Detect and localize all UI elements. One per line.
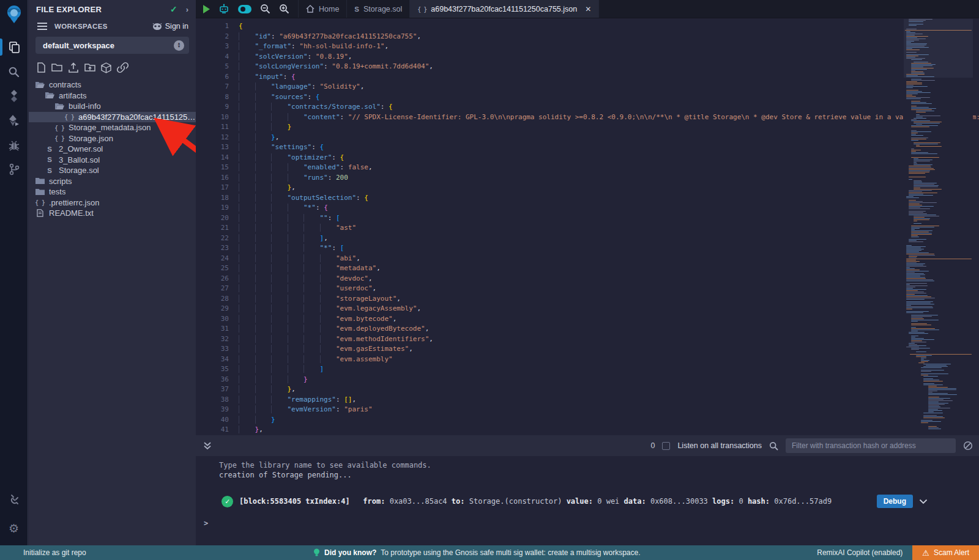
tree-item-label: Storage.json: [69, 134, 113, 143]
active-indicator: [0, 39, 2, 56]
git-branch-icon: [9, 163, 20, 175]
tab-label: Storage.sol: [363, 5, 402, 13]
github-icon: [152, 23, 162, 31]
expand-transaction-chevron-icon[interactable]: [919, 499, 928, 504]
tree-item-artifacts[interactable]: artifacts: [29, 90, 196, 101]
folder-open-icon: [54, 103, 64, 110]
zoom-out-button[interactable]: [260, 4, 270, 14]
tab-a69b43f277ba20fcac141151250ca755-json[interactable]: { }a69b43f277ba20fcac141151250ca755.json…: [410, 0, 599, 18]
tree-item-label: Storage.sol: [59, 166, 99, 175]
transaction-log-row[interactable]: ✓ [block:5583405 txIndex:4] from: 0xa03.…: [221, 495, 979, 508]
tree-item--prettierrc-json[interactable]: { }.prettierrc.json: [29, 197, 196, 208]
minimap[interactable]: [904, 19, 973, 435]
folder-closed-icon: [35, 177, 45, 185]
workspace-select[interactable]: default_workspace ▲▼: [35, 37, 189, 54]
json-icon: { }: [54, 124, 64, 131]
copilot-status[interactable]: RemixAI Copilot (enabled): [817, 548, 903, 557]
home-icon: [306, 5, 315, 13]
workspace-name: default_workspace: [43, 41, 174, 50]
minimap-viewport[interactable]: [904, 19, 973, 78]
folder-closed-icon: [35, 188, 45, 196]
new-folder-icon[interactable]: [51, 62, 62, 72]
workspaces-label: WORKSPACES: [54, 23, 152, 30]
tree-item-storage-json[interactable]: { }Storage.json: [29, 133, 196, 144]
bug-icon: [8, 139, 20, 151]
sidebar-item-file-explorer[interactable]: [0, 35, 28, 59]
panel-collapse-chevron-icon[interactable]: ›: [186, 5, 188, 14]
tree-item-tests[interactable]: tests: [29, 186, 196, 197]
tree-item-readme-txt[interactable]: README.txt: [29, 208, 196, 219]
file-explorer-panel: FILE EXPLORER ✓ › WORKSPACES Sign in def…: [29, 0, 196, 545]
json-icon: { }: [54, 134, 64, 142]
git-init-button[interactable]: Initialize as git repo: [23, 548, 86, 557]
terminal-log-line: Type the library name to see available c…: [219, 460, 979, 470]
upload-file-icon[interactable]: [68, 62, 79, 73]
sidebar-item-solidity-compiler[interactable]: [0, 84, 28, 108]
transaction-summary: [block:5583405 txIndex:4] from: 0xa03...…: [239, 497, 832, 506]
file-toolbar: [29, 54, 196, 78]
tree-item-label: .prettierrc.json: [49, 198, 99, 207]
lightbulb-icon: [313, 548, 320, 558]
plug-icon: [8, 493, 20, 505]
code-content[interactable]: { "id": "a69b43f277ba20fcac141151250ca75…: [239, 21, 979, 435]
clear-filter-icon[interactable]: [963, 441, 973, 451]
sidebar-item-plugin-manager[interactable]: [0, 487, 28, 511]
terminal-collapse-icon[interactable]: [203, 441, 212, 450]
tree-item-label: 2_Owner.sol: [59, 144, 103, 153]
json-icon: { }: [35, 199, 45, 206]
tree-item-label: scripts: [49, 177, 72, 186]
sidebar-item-git[interactable]: [0, 157, 28, 182]
tab-storage-sol[interactable]: SStorage.sol: [347, 0, 410, 18]
transaction-count: 0: [650, 441, 655, 450]
terminal-prompt[interactable]: >: [204, 519, 979, 528]
status-check-icon: ✓: [170, 4, 177, 14]
upload-folder-icon[interactable]: [84, 62, 95, 72]
run-script-button[interactable]: [203, 5, 210, 13]
new-file-icon[interactable]: [37, 62, 46, 73]
tree-item-build-info[interactable]: build-info: [29, 101, 196, 112]
tree-item-label: contracts: [49, 80, 81, 89]
sidebar-item-settings[interactable]: ⚙: [0, 516, 28, 540]
import-cube-icon[interactable]: [101, 62, 111, 73]
zoom-out-icon: [260, 4, 270, 14]
tree-item-label: 3_Ballot.sol: [59, 155, 100, 164]
files-icon: [8, 41, 20, 53]
sidebar-item-search[interactable]: [0, 59, 28, 84]
panel-title: FILE EXPLORER: [36, 5, 170, 14]
debug-button[interactable]: Debug: [877, 495, 913, 508]
json-icon: { }: [417, 5, 426, 13]
status-bar: Initialize as git repo Did you know? To …: [0, 545, 979, 560]
tree-item-storage-metadata-json[interactable]: { }Storage_metadata.json: [29, 122, 196, 133]
remix-logo-icon[interactable]: [5, 4, 23, 24]
play-icon: [203, 5, 210, 13]
solidity-icon: S: [354, 5, 359, 13]
warning-icon: ⚠: [922, 548, 929, 558]
sidebar-item-deploy-run[interactable]: [0, 108, 28, 133]
code-editor[interactable]: 1234567891011121314151617181920212223242…: [196, 19, 979, 435]
tree-item-contracts[interactable]: contracts: [29, 79, 196, 90]
tree-item-storage-sol[interactable]: SStorage.sol: [29, 165, 196, 176]
workspaces-menu-icon[interactable]: [37, 23, 47, 30]
tab-home[interactable]: Home: [298, 0, 347, 18]
solidity-icon: S: [45, 167, 54, 174]
terminal[interactable]: Type the library name to see available c…: [196, 456, 979, 545]
close-tab-icon[interactable]: ✕: [585, 5, 591, 13]
tab-label: a69b43f277ba20fcac141151250ca755.json: [431, 5, 577, 13]
tree-item-a69b43f277ba20fcac141151250ca7-[interactable]: { }a69b43f277ba20fcac141151250ca7...: [29, 112, 196, 123]
tree-item-3-ballot-sol[interactable]: S3_Ballot.sol: [29, 155, 196, 166]
tree-item-scripts[interactable]: scripts: [29, 176, 196, 187]
link-icon[interactable]: [117, 62, 128, 73]
ai-copilot-toggle[interactable]: [238, 5, 251, 13]
search-icon: [8, 66, 20, 78]
remix-ai-assistant-button[interactable]: [218, 4, 229, 15]
tree-item-label: Storage_metadata.json: [69, 123, 151, 132]
workspace-select-arrows-icon: ▲▼: [174, 40, 184, 51]
tree-item-2-owner-sol[interactable]: S2_Owner.sol: [29, 144, 196, 155]
tree-item-label: tests: [49, 187, 65, 196]
scam-alert-button[interactable]: ⚠ Scam Alert: [912, 545, 979, 560]
zoom-in-button[interactable]: [279, 4, 289, 14]
transaction-filter-input[interactable]: [786, 438, 956, 453]
github-sign-in[interactable]: Sign in: [152, 22, 188, 31]
listen-all-checkbox[interactable]: [662, 442, 670, 450]
sidebar-item-debugger[interactable]: [0, 133, 28, 157]
